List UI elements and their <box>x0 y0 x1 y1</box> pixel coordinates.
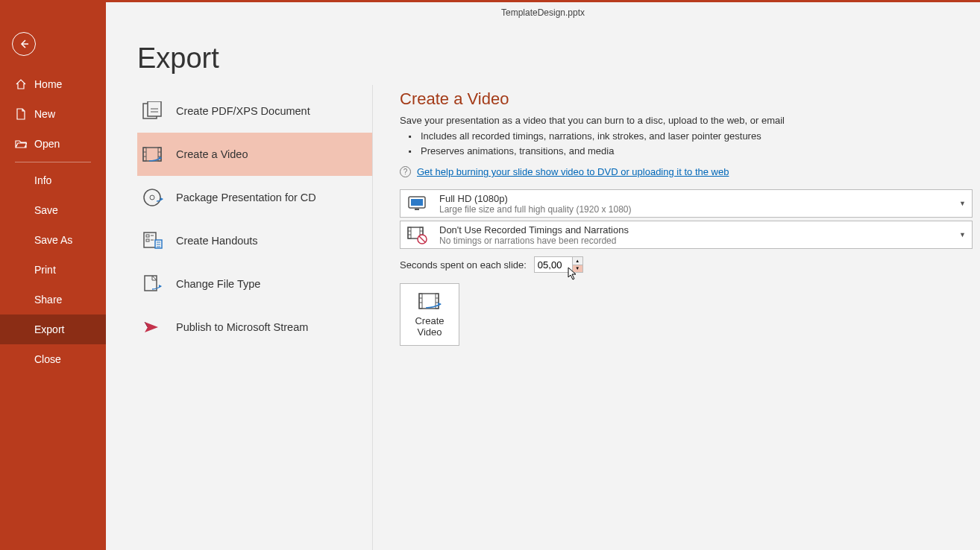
backstage-sidebar: Home New Open Info Save Save As Print Sh… <box>0 2 106 550</box>
quality-dropdown[interactable]: Full HD (1080p) Large file size and full… <box>400 189 973 218</box>
pdf-icon <box>142 100 164 122</box>
sidebar-divider <box>15 162 91 162</box>
timing-subtitle: No timings or narrations have been recor… <box>439 236 629 246</box>
quality-title: Full HD (1080p) <box>439 193 632 204</box>
svg-rect-9 <box>146 239 149 241</box>
sidebar-item-home[interactable]: Home <box>0 69 106 99</box>
create-video-button[interactable]: Create Video <box>400 283 459 346</box>
sidebar-item-export[interactable]: Export <box>0 314 106 344</box>
export-option-video[interactable]: Create a Video <box>137 133 372 176</box>
page-heading: Export <box>137 42 980 75</box>
main-area: TemplateDesign.pptx Export Create PDF/XP… <box>106 2 980 550</box>
bullet-2: Preserves animations, transitions, and m… <box>400 144 973 159</box>
bullet-1: Includes all recorded timings, narration… <box>400 129 973 144</box>
chevron-down-icon: ▼ <box>959 200 966 207</box>
pane-title: Create a Video <box>400 89 973 109</box>
filetype-icon <box>142 273 164 295</box>
svg-rect-7 <box>144 233 156 247</box>
cd-icon <box>142 186 164 209</box>
export-option-handouts[interactable]: Create Handouts <box>137 219 372 262</box>
sidebar-item-save-as[interactable]: Save As <box>0 225 106 255</box>
handouts-icon <box>142 230 164 252</box>
export-option-filetype[interactable]: Change File Type <box>137 262 372 306</box>
monitor-icon <box>406 192 429 215</box>
sidebar-item-new[interactable]: New <box>0 99 106 129</box>
create-label-2: Video <box>415 326 444 338</box>
timing-title: Don't Use Recorded Timings and Narration… <box>439 224 629 236</box>
sidebar-item-close[interactable]: Close <box>0 344 106 374</box>
new-icon <box>15 108 27 120</box>
sidebar-item-share[interactable]: Share <box>0 285 106 314</box>
sidebar-item-print[interactable]: Print <box>0 255 106 285</box>
feature-bullets: Includes all recorded timings, narration… <box>400 129 973 159</box>
stream-icon <box>142 316 164 338</box>
pane-description: Save your presentation as a video that y… <box>400 115 973 126</box>
create-label-1: Create <box>415 315 444 326</box>
svg-point-5 <box>144 189 160 206</box>
video-icon <box>142 143 164 165</box>
help-link[interactable]: Get help burning your slide show video t… <box>417 166 729 177</box>
spinner-up-button[interactable]: ▲ <box>573 257 582 265</box>
create-video-icon <box>417 291 442 312</box>
help-icon: ? <box>400 166 411 177</box>
sidebar-label-open: Open <box>34 138 60 150</box>
quality-subtitle: Large file size and full high quality (1… <box>439 204 632 215</box>
export-option-pdf[interactable]: Create PDF/XPS Document <box>137 89 372 133</box>
back-button[interactable] <box>12 32 36 56</box>
seconds-input[interactable] <box>535 257 572 272</box>
seconds-label: Seconds spent on each slide: <box>400 259 527 271</box>
sidebar-item-open[interactable]: Open <box>0 129 106 159</box>
home-icon <box>15 78 27 90</box>
sidebar-item-save[interactable]: Save <box>0 195 106 225</box>
video-pane: Create a Video Save your presentation as… <box>373 85 980 550</box>
svg-point-6 <box>150 195 154 200</box>
seconds-spinner: ▲ ▼ <box>534 256 583 273</box>
svg-rect-8 <box>146 235 149 237</box>
sidebar-label-new: New <box>34 108 55 120</box>
spinner-down-button[interactable]: ▼ <box>573 265 582 273</box>
title-bar: TemplateDesign.pptx <box>106 2 980 23</box>
export-options-list: Create PDF/XPS Document Create a Video <box>137 85 373 550</box>
svg-rect-13 <box>411 199 423 206</box>
timings-dropdown[interactable]: Don't Use Recorded Timings and Narration… <box>400 221 973 249</box>
open-icon <box>15 138 27 150</box>
export-option-stream[interactable]: Publish to Microsoft Stream <box>137 306 372 349</box>
export-option-package[interactable]: Package Presentation for CD <box>137 176 372 219</box>
sidebar-item-info[interactable]: Info <box>0 165 106 195</box>
back-arrow-icon <box>18 38 30 50</box>
sidebar-label-home: Home <box>34 78 62 90</box>
timings-icon <box>406 224 429 246</box>
chevron-down-icon: ▼ <box>959 231 966 238</box>
document-title: TemplateDesign.pptx <box>501 7 585 18</box>
